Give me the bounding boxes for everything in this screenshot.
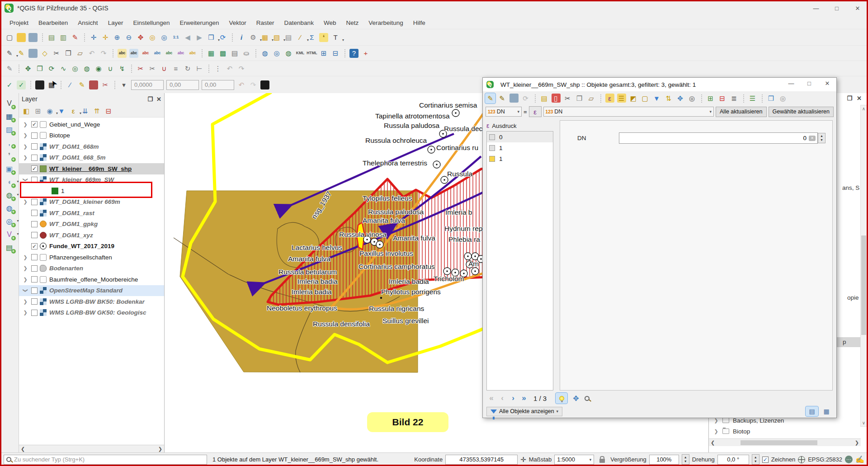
expand-icon[interactable]: ❯	[23, 176, 28, 184]
scroll-right-icon[interactable]: ❯	[158, 446, 162, 452]
current-edits-icon[interactable]: ✎ ▾	[4, 48, 15, 59]
copy-features-icon[interactable]: ❐	[63, 48, 74, 59]
minimize-button[interactable]: —	[806, 0, 826, 16]
add-spatialite-layer-icon[interactable]: ❜ +	[3, 149, 16, 162]
metasearch-icon[interactable]: ◍	[259, 48, 270, 59]
expand-icon[interactable]: ❯	[22, 277, 29, 282]
add-vector-layer-icon[interactable]: V +	[3, 97, 16, 110]
rotate-feature-icon[interactable]: ⟳	[46, 63, 57, 74]
browser-horizontal-scrollbar[interactable]: ❮ ❯	[709, 438, 861, 446]
snapshot-icon[interactable]	[34, 80, 45, 90]
vertex-editor-icon[interactable]: ⋮	[212, 63, 223, 74]
zoom-next-icon[interactable]: ▶	[194, 32, 205, 43]
redo-icon[interactable]: ↷	[98, 48, 109, 59]
scroll-left-icon[interactable]: ❮	[21, 446, 25, 452]
new-print-layout-icon[interactable]: ▤	[46, 32, 57, 43]
panel-close-icon[interactable]: ✕	[156, 96, 161, 103]
undo-icon[interactable]: ↶	[86, 48, 97, 59]
previous-feature-button[interactable]: ‹	[497, 393, 507, 403]
clear-value-icon[interactable]: ✕	[809, 136, 816, 141]
add-delimited-text-layer-icon[interactable]: , +	[3, 136, 16, 149]
layer-tree-row[interactable]: ❯ OpenStreetMap Standard	[19, 285, 164, 297]
new-field-icon[interactable]: ⊞	[705, 93, 716, 104]
menu-item[interactable]: Erweiterungen	[175, 18, 224, 28]
split-parts-icon[interactable]: ✂	[147, 63, 158, 74]
menu-item[interactable]: Raster	[251, 18, 279, 28]
scrollbar-thumb[interactable]	[741, 440, 817, 445]
layer-tree-row[interactable]: ❯ Baumfreie_offene_Moorbereiche	[19, 274, 164, 285]
select-all-icon[interactable]: ☰	[616, 93, 627, 104]
layer-tree-row[interactable]: ❯ WT_kleiner_669m_SW	[19, 174, 164, 186]
tool-dropdown-icon[interactable]: ▾	[118, 80, 129, 90]
select-by-form-icon[interactable]: ▧ ▾	[271, 32, 282, 43]
scroll-up-icon[interactable]: ∧	[861, 106, 867, 111]
expand-icon[interactable]: ❯	[22, 310, 29, 315]
deselect-all-icon[interactable]: ▢	[640, 93, 650, 104]
paste-features-icon[interactable]: ▱	[75, 48, 85, 59]
layer-checkbox[interactable]	[31, 121, 38, 127]
layer-checkbox[interactable]	[31, 310, 38, 316]
fix-geometries-icon[interactable]: ✓	[16, 80, 27, 90]
image-link-icon[interactable]	[259, 80, 270, 90]
statistics-icon[interactable]: Σ	[307, 32, 317, 43]
new-table-icon[interactable]: ▤ +	[3, 241, 16, 254]
update-selected-button[interactable]: Gewählte aktualisieren	[769, 107, 834, 117]
crosshair-tool-icon[interactable]: +	[360, 48, 371, 59]
layout-manager-icon[interactable]: ▥	[58, 32, 69, 43]
filter-legend-icon[interactable]: ▼	[57, 106, 66, 116]
layer-tree-row[interactable]: ❯ Gebiet_und_Wege	[19, 119, 164, 130]
zoom-to-selection-icon[interactable]: ◎	[687, 93, 697, 104]
first-feature-button[interactable]: «	[486, 393, 496, 403]
move-feature-icon[interactable]: ✥	[23, 63, 33, 74]
rotation-spinner[interactable]: ▲▼	[752, 454, 760, 465]
maximize-button[interactable]: □	[826, 0, 847, 16]
locator-search-input[interactable]: Zu suchender Typ (Strg+K)	[4, 455, 207, 465]
add-raster-layer-icon[interactable]: ▦ +	[3, 110, 16, 123]
copy-move-feature-icon[interactable]: ❐	[34, 63, 45, 74]
layer-tree-row[interactable]: ❯ Bodenarten	[19, 263, 164, 274]
toggle-editing-icon[interactable]: ✎	[16, 48, 27, 59]
fill-ring-icon[interactable]: ◉	[93, 63, 104, 74]
cut-features-icon[interactable]: ✂	[51, 48, 62, 59]
last-feature-button[interactable]: »	[519, 393, 529, 403]
zoom-full-icon[interactable]: ✥	[135, 32, 146, 43]
next-feature-button[interactable]: ›	[508, 393, 518, 403]
topology-checker-icon[interactable]: ⊞	[318, 48, 329, 59]
close-button[interactable]: ✕	[847, 0, 868, 16]
form-view-toggle[interactable]: ▤	[806, 406, 818, 416]
render-checkbox[interactable]	[762, 457, 769, 463]
show-all-features-button[interactable]: Alle Objekte anzeigen ▾	[486, 407, 562, 416]
pin-labels-icon[interactable]: abc	[140, 48, 151, 59]
raster-calculator-icon[interactable]: ▦	[206, 48, 217, 59]
layer-diagram-icon[interactable]: abc	[128, 48, 139, 59]
expand-icon[interactable]: ❯	[22, 254, 29, 260]
layer-checkbox[interactable]	[31, 265, 38, 272]
expand-icon[interactable]: ❯	[22, 144, 29, 150]
remove-layer-icon[interactable]: ⊟	[104, 106, 113, 116]
save-layer-edits-icon[interactable]	[28, 48, 38, 59]
expand-icon[interactable]: ❯	[22, 132, 29, 138]
dialog-close-button[interactable]: ✕	[818, 76, 836, 90]
coord-x-field[interactable]: 0,0000	[131, 80, 164, 90]
menu-item[interactable]: Projekt	[5, 18, 33, 28]
layer-tree-row[interactable]: ❯ Pflanzengesellschaften	[19, 252, 164, 263]
expand-icon[interactable]: ❯	[22, 155, 29, 160]
search-table-icon[interactable]: ◎	[778, 93, 788, 104]
layer-tree-row[interactable]: 1	[19, 185, 164, 197]
offline-editing-icon[interactable]: ⛀	[241, 48, 252, 59]
enable-advanced-digitizing-icon[interactable]: ✎	[4, 63, 15, 74]
expand-icon[interactable]: ❯	[23, 287, 28, 294]
new-map-view-icon[interactable]: ❒ ▾	[206, 32, 217, 43]
dialog-maximize-button[interactable]: □	[800, 76, 818, 90]
menu-item[interactable]: Datenbank	[279, 18, 319, 28]
paste-icon[interactable]: ▱	[586, 93, 596, 104]
cut-icon[interactable]: ✂	[562, 93, 573, 104]
db-manager-icon[interactable]: ▤	[229, 48, 240, 59]
layer-checkbox[interactable]	[31, 243, 38, 249]
zoom-native-icon[interactable]: 1:1	[170, 32, 181, 43]
pan-to-selection-icon[interactable]: ✥	[675, 93, 685, 104]
layer-tree-row[interactable]: ❯ Biotope	[19, 130, 164, 141]
add-postgis-layer-icon[interactable]: ◖ + ▾	[3, 175, 16, 188]
dialog-title-bar[interactable]: Q WT_kleiner__669m_SW_shp :: Objekte ges…	[483, 78, 836, 91]
map-tips-icon[interactable]: ❛	[318, 32, 329, 43]
